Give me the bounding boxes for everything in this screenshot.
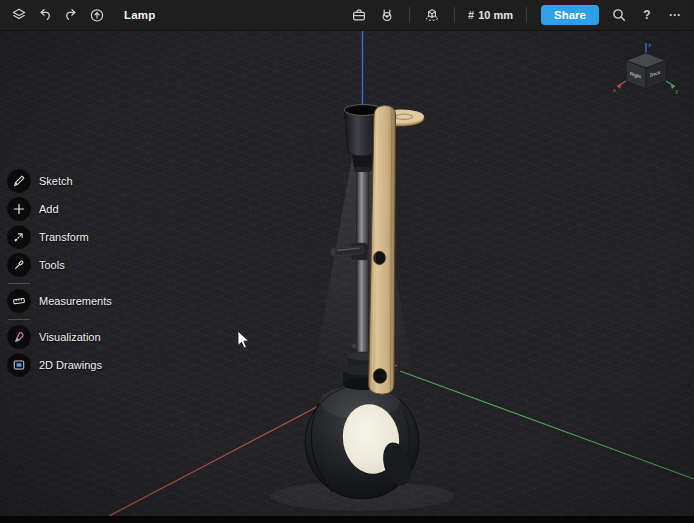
top-toolbar: Lamp — [0, 0, 694, 30]
sidebar-divider — [8, 315, 112, 323]
sync-button[interactable] — [84, 3, 110, 27]
toolbar-separator — [454, 7, 455, 23]
redo-button[interactable] — [58, 3, 84, 27]
sidebar-item-measurements[interactable]: Measurements — [8, 287, 112, 315]
sidebar-item-2d-drawings[interactable]: 2D Drawings — [8, 351, 112, 379]
sidebar-item-label: 2D Drawings — [39, 359, 102, 371]
cube-z-label: z — [649, 42, 652, 48]
undo-button[interactable] — [32, 3, 58, 27]
sidebar-divider — [8, 279, 112, 287]
toolbar-separator — [409, 7, 410, 23]
transform-arrows-icon — [12, 230, 26, 244]
sidebar-item-label: Tools — [39, 259, 65, 271]
cube-y-axis — [666, 81, 675, 87]
paintbrush-icon — [12, 330, 26, 344]
navigation-cube[interactable]: z Right Back x y — [612, 40, 680, 102]
redo-icon — [63, 7, 79, 23]
sidebar-item-label: Transform — [39, 231, 89, 243]
cube-x-axis — [617, 81, 626, 87]
toolbar-separator — [526, 7, 527, 23]
bottom-edge-strip — [0, 516, 694, 523]
cube-x-label: x — [613, 87, 616, 93]
hammer-icon — [12, 258, 26, 272]
ruler-icon — [12, 294, 26, 308]
projects-button[interactable] — [6, 3, 32, 27]
toolbox-icon — [351, 7, 367, 23]
pencil-icon — [12, 174, 26, 188]
grid-icon: # — [468, 9, 474, 21]
search-button[interactable] — [606, 3, 632, 27]
toolbox-button[interactable] — [346, 3, 372, 27]
drawing-sheet-icon — [12, 358, 26, 372]
sidebar-item-sketch[interactable]: Sketch — [8, 167, 112, 195]
view-orientation-button[interactable] — [419, 3, 445, 27]
grid-units-button[interactable]: # 10 mm — [464, 9, 517, 21]
sidebar-item-transform[interactable]: Transform — [8, 223, 112, 251]
y-axis-line — [400, 371, 694, 479]
tool-sidebar: Sketch Add Transform Tool — [8, 167, 112, 379]
sidebar-item-label: Visualization — [39, 331, 101, 343]
help-button[interactable]: ? — [634, 3, 660, 27]
cad-app-window: Lamp — [0, 0, 694, 523]
view-orientation-icon — [424, 7, 440, 23]
sidebar-item-add[interactable]: Add — [8, 195, 112, 223]
toolbar-left-group: Lamp — [6, 3, 155, 27]
sync-upload-icon — [89, 7, 105, 23]
sidebar-item-label: Sketch — [39, 175, 73, 187]
3d-viewport[interactable]: Sketch Add Transform Tool — [0, 30, 694, 516]
toolbar-right-group: # 10 mm Share ? ··· — [346, 3, 688, 27]
document-title: Lamp — [124, 9, 155, 21]
sidebar-item-label: Measurements — [39, 295, 112, 307]
search-icon — [611, 7, 627, 23]
arm-hole-bottom — [373, 369, 387, 384]
spacemouse-icon — [379, 7, 395, 23]
sidebar-item-label: Add — [39, 203, 59, 215]
plus-icon — [12, 202, 26, 216]
undo-icon — [37, 7, 53, 23]
sidebar-item-visualization[interactable]: Visualization — [8, 323, 112, 351]
more-options-button[interactable]: ··· — [662, 3, 688, 27]
projects-icon — [11, 7, 27, 23]
grid-units-value: 10 mm — [478, 9, 513, 21]
spacemouse-button[interactable] — [374, 3, 400, 27]
cube-y-label: y — [676, 88, 679, 94]
sidebar-item-tools[interactable]: Tools — [8, 251, 112, 279]
share-button[interactable]: Share — [541, 5, 599, 25]
